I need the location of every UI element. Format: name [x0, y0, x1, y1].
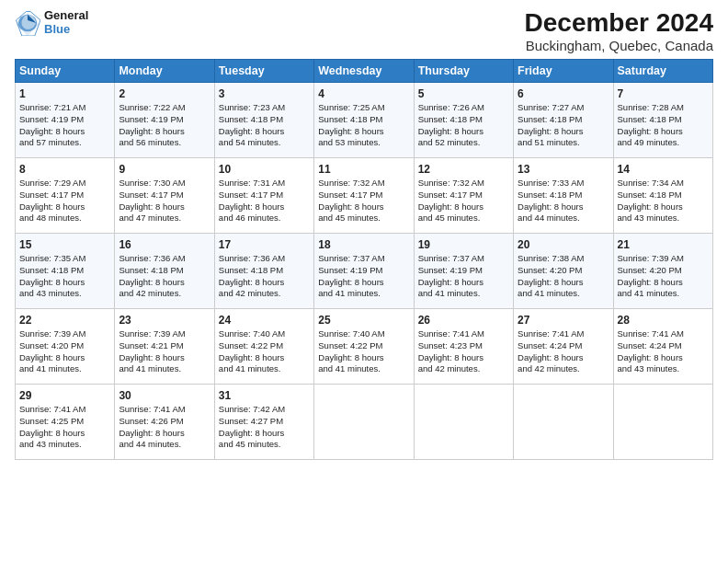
day-number: 12	[418, 162, 509, 177]
day-info-line: Daylight: 8 hours	[318, 352, 409, 364]
day-info-line: Sunrise: 7:25 AM	[318, 102, 409, 114]
day-info-line: Sunrise: 7:26 AM	[418, 102, 509, 114]
calendar-cell: 29Sunrise: 7:41 AMSunset: 4:25 PMDayligh…	[16, 384, 115, 459]
day-info-line: and 56 minutes.	[119, 137, 210, 149]
calendar-cell	[514, 384, 613, 459]
day-number: 16	[119, 237, 210, 252]
calendar-cell: 6Sunrise: 7:27 AMSunset: 4:18 PMDaylight…	[514, 82, 613, 157]
day-info-line: Sunrise: 7:36 AM	[219, 253, 310, 265]
day-info-line: Daylight: 8 hours	[219, 428, 310, 440]
day-info-line: Sunrise: 7:34 AM	[618, 178, 709, 190]
calendar-cell: 9Sunrise: 7:30 AMSunset: 4:17 PMDaylight…	[115, 157, 214, 233]
logo-line2: Blue	[44, 23, 88, 37]
day-info-line: Sunset: 4:17 PM	[219, 190, 310, 201]
day-info-line: Sunset: 4:18 PM	[618, 114, 709, 126]
day-number: 27	[518, 313, 609, 327]
calendar-cell	[613, 384, 712, 459]
day-info-line: Sunset: 4:18 PM	[518, 190, 609, 201]
day-number: 1	[19, 86, 110, 101]
day-number: 29	[19, 388, 110, 403]
day-info-line: Sunset: 4:18 PM	[219, 114, 310, 126]
day-number: 19	[418, 237, 509, 252]
day-info-line: Daylight: 8 hours	[618, 352, 709, 364]
week-row-5: 29Sunrise: 7:41 AMSunset: 4:25 PMDayligh…	[16, 384, 713, 459]
day-info-line: and 43 minutes.	[19, 439, 110, 451]
calendar-cell: 21Sunrise: 7:39 AMSunset: 4:20 PMDayligh…	[613, 233, 712, 308]
day-info-line: Daylight: 8 hours	[19, 277, 110, 289]
day-number: 13	[518, 162, 609, 177]
calendar-cell: 20Sunrise: 7:38 AMSunset: 4:20 PMDayligh…	[514, 233, 613, 308]
header-day-thursday: Thursday	[414, 59, 513, 82]
day-info-line: Sunrise: 7:39 AM	[119, 328, 210, 340]
day-info-line: Daylight: 8 hours	[618, 277, 709, 289]
day-info-line: Sunrise: 7:29 AM	[19, 178, 110, 190]
calendar-cell: 19Sunrise: 7:37 AMSunset: 4:19 PMDayligh…	[414, 233, 513, 308]
day-info-line: Sunrise: 7:41 AM	[19, 404, 110, 416]
day-info-line: Sunset: 4:18 PM	[219, 265, 310, 277]
calendar-cell: 24Sunrise: 7:40 AMSunset: 4:22 PMDayligh…	[214, 308, 313, 384]
day-number: 11	[318, 162, 409, 177]
calendar-cell: 12Sunrise: 7:32 AMSunset: 4:17 PMDayligh…	[414, 157, 513, 233]
day-info-line: Sunset: 4:23 PM	[418, 340, 509, 352]
day-number: 7	[618, 86, 709, 101]
calendar-cell: 4Sunrise: 7:25 AMSunset: 4:18 PMDaylight…	[314, 82, 414, 157]
day-info-line: Sunrise: 7:40 AM	[219, 328, 310, 340]
calendar-cell: 13Sunrise: 7:33 AMSunset: 4:18 PMDayligh…	[514, 157, 613, 233]
day-info-line: Daylight: 8 hours	[219, 277, 310, 289]
day-info-line: Sunrise: 7:22 AM	[119, 102, 210, 114]
logo-line1: General	[44, 9, 88, 23]
calendar-cell: 1Sunrise: 7:21 AMSunset: 4:19 PMDaylight…	[16, 82, 115, 157]
day-number: 28	[618, 313, 709, 327]
day-info-line: and 45 minutes.	[318, 213, 409, 224]
day-info-line: and 54 minutes.	[219, 137, 310, 149]
day-info-line: Sunrise: 7:32 AM	[418, 178, 509, 190]
day-info-line: Sunrise: 7:28 AM	[618, 102, 709, 114]
day-number: 21	[618, 237, 709, 252]
day-info-line: and 45 minutes.	[219, 439, 310, 451]
day-info-line: Sunrise: 7:32 AM	[318, 178, 409, 190]
day-info-line: and 41 minutes.	[318, 288, 409, 300]
calendar-cell: 25Sunrise: 7:40 AMSunset: 4:22 PMDayligh…	[314, 308, 414, 384]
day-info-line: Sunset: 4:24 PM	[618, 340, 709, 352]
day-info-line: and 49 minutes.	[618, 137, 709, 149]
calendar-cell: 28Sunrise: 7:41 AMSunset: 4:24 PMDayligh…	[613, 308, 712, 384]
header-day-tuesday: Tuesday	[214, 59, 313, 82]
calendar-cell: 14Sunrise: 7:34 AMSunset: 4:18 PMDayligh…	[613, 157, 712, 233]
day-info-line: and 51 minutes.	[518, 137, 609, 149]
day-info-line: Daylight: 8 hours	[119, 428, 210, 440]
day-info-line: Sunset: 4:21 PM	[119, 340, 210, 352]
day-info-line: Sunset: 4:17 PM	[19, 190, 110, 201]
day-info-line: and 41 minutes.	[219, 363, 310, 375]
day-info-line: and 42 minutes.	[418, 363, 509, 375]
header-day-sunday: Sunday	[16, 59, 115, 82]
day-info-line: Sunrise: 7:37 AM	[318, 253, 409, 265]
day-info-line: Sunset: 4:18 PM	[318, 114, 409, 126]
day-number: 4	[318, 86, 409, 101]
day-info-line: Sunrise: 7:42 AM	[219, 404, 310, 416]
day-info-line: Sunrise: 7:41 AM	[119, 404, 210, 416]
day-info-line: Sunset: 4:18 PM	[418, 114, 509, 126]
day-info-line: Sunrise: 7:39 AM	[19, 328, 110, 340]
day-info-line: Sunrise: 7:37 AM	[418, 253, 509, 265]
day-info-line: and 52 minutes.	[418, 137, 509, 149]
day-info-line: Daylight: 8 hours	[618, 201, 709, 213]
day-info-line: Daylight: 8 hours	[318, 126, 409, 138]
day-info-line: Daylight: 8 hours	[418, 201, 509, 213]
calendar-cell: 31Sunrise: 7:42 AMSunset: 4:27 PMDayligh…	[214, 384, 313, 459]
calendar-cell: 5Sunrise: 7:26 AMSunset: 4:18 PMDaylight…	[414, 82, 513, 157]
calendar-cell: 27Sunrise: 7:41 AMSunset: 4:24 PMDayligh…	[514, 308, 613, 384]
day-info-line: and 44 minutes.	[518, 213, 609, 224]
day-info-line: Sunrise: 7:40 AM	[318, 328, 409, 340]
day-info-line: and 41 minutes.	[418, 288, 509, 300]
calendar-cell: 8Sunrise: 7:29 AMSunset: 4:17 PMDaylight…	[16, 157, 115, 233]
day-info-line: and 41 minutes.	[119, 363, 210, 375]
day-info-line: and 43 minutes.	[618, 363, 709, 375]
day-info-line: Sunrise: 7:39 AM	[618, 253, 709, 265]
day-info-line: Sunrise: 7:41 AM	[418, 328, 509, 340]
day-info-line: Daylight: 8 hours	[219, 352, 310, 364]
week-row-2: 8Sunrise: 7:29 AMSunset: 4:17 PMDaylight…	[16, 157, 713, 233]
logo-text: General Blue	[44, 9, 88, 37]
day-info-line: and 45 minutes.	[418, 213, 509, 224]
day-info-line: Sunrise: 7:41 AM	[518, 328, 609, 340]
day-info-line: Sunset: 4:19 PM	[318, 265, 409, 277]
